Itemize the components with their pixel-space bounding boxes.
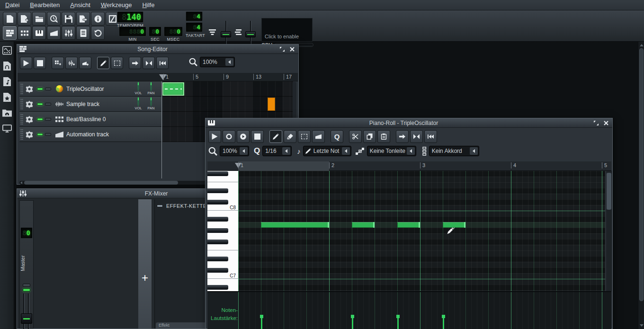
effects-chain-led[interactable]	[157, 205, 163, 207]
chord-dropdown-arrow-icon[interactable]	[470, 147, 478, 155]
draw-tool-button[interactable]	[269, 130, 282, 143]
midi-files-icon[interactable]	[2, 77, 12, 87]
black-key[interactable]	[207, 268, 228, 273]
piano-key[interactable]: C7	[207, 273, 238, 279]
velocity-handle-1[interactable]	[260, 315, 263, 318]
drag-handle-icon[interactable]	[20, 83, 23, 95]
time-milliseconds[interactable]: 880 MSEC	[164, 27, 183, 42]
drag-handle-icon[interactable]	[20, 98, 23, 110]
track-mute-led[interactable]	[45, 88, 51, 90]
piano-key[interactable]	[207, 233, 238, 239]
vol-knob[interactable]	[137, 97, 139, 107]
piano-key[interactable]	[207, 285, 238, 290]
recent-projects-button[interactable]	[47, 12, 61, 26]
black-key[interactable]	[207, 200, 228, 205]
piano-roll-toggle-button[interactable]	[32, 26, 46, 40]
track-name[interactable]: Sample track	[66, 101, 133, 107]
time-minutes[interactable]: 8880 MIN	[119, 27, 146, 42]
piano-key[interactable]	[207, 216, 238, 222]
piano-key[interactable]	[207, 188, 238, 194]
select-tool-button[interactable]	[298, 130, 311, 143]
tempo-display[interactable]: 8140 TEMPO/BPM	[117, 11, 143, 28]
snap-select[interactable]: 1/16	[262, 146, 292, 156]
piano-roll-scrollbar[interactable]	[606, 171, 612, 291]
workspace-scrollbar[interactable]	[638, 42, 644, 329]
midi-note-2[interactable]	[352, 222, 375, 228]
track-name[interactable]: TripleOscillator	[66, 86, 133, 92]
track-name[interactable]: Beat/Bassline 0	[66, 116, 160, 123]
scroll-thumb[interactable]	[607, 173, 611, 210]
track-gear-icon[interactable]	[25, 85, 34, 93]
piano-roll-timeline[interactable]: 12345	[207, 161, 611, 171]
scroll-thumb[interactable]	[24, 181, 178, 185]
zoom-dropdown-arrow-icon[interactable]	[225, 58, 233, 66]
stop-button[interactable]	[34, 57, 46, 69]
sample-clip[interactable]	[268, 98, 275, 111]
chord-select[interactable]: Kein Akkord	[429, 146, 479, 156]
audio-samples-icon[interactable]	[2, 61, 12, 71]
black-key[interactable]	[207, 228, 228, 233]
track-mute-led[interactable]	[45, 118, 51, 121]
black-key[interactable]	[207, 257, 228, 261]
effects-chain-header[interactable]: EFFEKT-KETTE	[157, 203, 206, 209]
erase-tool-button[interactable]	[284, 130, 296, 143]
piano-key[interactable]	[207, 182, 238, 188]
midi-note-4[interactable]	[443, 222, 465, 228]
piano-key[interactable]	[207, 199, 238, 205]
close-button[interactable]	[288, 46, 296, 53]
add-sample-track-button[interactable]	[65, 57, 78, 69]
velocity-handle-3[interactable]	[396, 315, 400, 318]
piano-key[interactable]	[207, 245, 238, 250]
project-info-button[interactable]	[91, 12, 105, 26]
piano-key[interactable]	[207, 262, 238, 267]
master-channel-strip[interactable]: 80 Master	[19, 200, 34, 329]
scroll-left-arrow[interactable]	[20, 181, 22, 184]
midi-note-3[interactable]	[397, 222, 420, 228]
piano-key[interactable]	[207, 211, 238, 216]
velocity-grid[interactable]	[238, 292, 605, 329]
scale-select[interactable]: Keine Tonleite	[367, 146, 416, 156]
song-timeline[interactable]: 1591317	[18, 73, 298, 81]
project-notes-toggle-button[interactable]	[76, 26, 90, 40]
piano-key[interactable]	[207, 267, 238, 273]
velocity-stem-3[interactable]	[397, 318, 399, 329]
piano-key[interactable]	[207, 194, 238, 199]
close-button[interactable]	[602, 120, 610, 126]
snap-dropdown-arrow-icon[interactable]	[282, 147, 290, 155]
note-tool-select[interactable]: Letzte Not	[303, 146, 351, 156]
track-enable-led[interactable]	[37, 103, 43, 106]
note-grid[interactable]	[238, 171, 605, 291]
black-key[interactable]	[207, 188, 228, 193]
velocity-handle-4[interactable]	[442, 315, 445, 318]
menu-item-bearbeiten[interactable]: Bearbeiten	[25, 0, 65, 9]
scrollbar-thumb[interactable]	[639, 48, 644, 301]
song-editor-toggle-button[interactable]	[3, 26, 17, 40]
master-volume-fader[interactable]	[21, 313, 32, 324]
velocity-stem-4[interactable]	[443, 318, 444, 329]
paste-button[interactable]	[377, 130, 390, 143]
piano-roll-titlebar[interactable]: Piano-Roll - TripleOscillator	[206, 118, 612, 128]
time-signature-display[interactable]: 84 84 TAKTART	[186, 11, 203, 38]
automation-toggle-button[interactable]	[47, 26, 61, 40]
velocity-handle-2[interactable]	[351, 315, 354, 318]
jump-to-tool-button[interactable]	[129, 57, 141, 69]
quantize-button[interactable]: Q	[331, 130, 343, 143]
cut-button[interactable]	[349, 130, 362, 143]
menu-item-werkzeuge[interactable]: Werkzeuge	[96, 0, 137, 9]
track-mute-led[interactable]	[45, 133, 51, 136]
piano-key[interactable]	[207, 279, 238, 285]
scale-dropdown-arrow-icon[interactable]	[407, 147, 415, 155]
go-to-start-button[interactable]	[424, 130, 437, 143]
add-automation-track-button[interactable]	[79, 57, 91, 69]
piano-key[interactable]	[207, 228, 238, 233]
piano-key[interactable]	[207, 239, 238, 245]
black-key[interactable]	[207, 171, 228, 176]
piano-key[interactable]	[207, 250, 238, 256]
track-gear-icon[interactable]	[25, 115, 34, 124]
track-gear-icon[interactable]	[25, 130, 34, 139]
copy-button[interactable]	[363, 130, 376, 143]
fx-mixer-toggle-button[interactable]	[62, 26, 75, 40]
drag-handle-icon[interactable]	[20, 114, 23, 125]
song-zoom-select[interactable]: 100%	[200, 57, 235, 67]
black-key[interactable]	[207, 217, 228, 222]
